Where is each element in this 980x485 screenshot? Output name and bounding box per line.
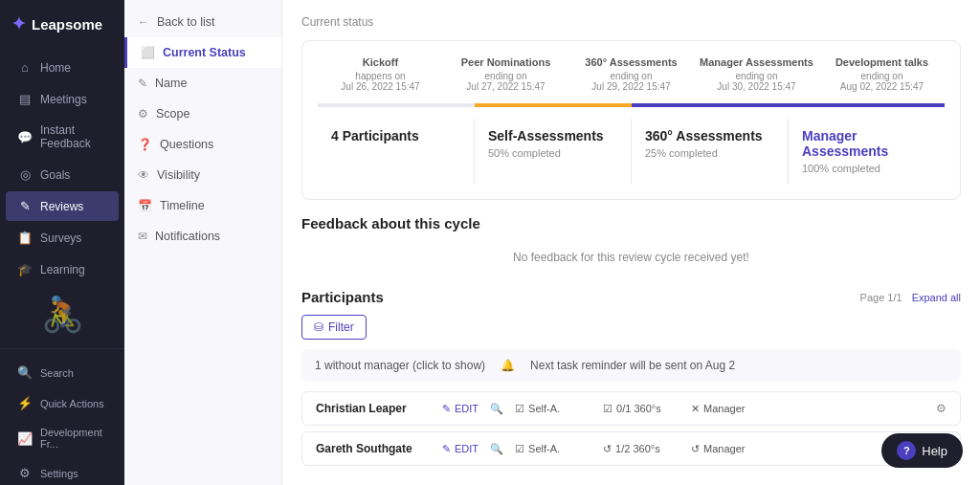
timeline-step-3: Manager Assessments ending on Jul 30, 20… — [694, 56, 819, 92]
360-icon-0: ☑ — [603, 403, 612, 415]
participant-edit-1[interactable]: ✎ EDIT — [442, 443, 479, 455]
step-sub-1: ending on — [443, 71, 568, 81]
notice-bar: 1 without manager (click to show) 🔔 Next… — [301, 349, 961, 382]
edit-icon-1: ✎ — [442, 443, 451, 455]
meetings-icon: ▤ — [17, 92, 33, 106]
participant-self-1: ☑ Self-A. — [515, 443, 591, 455]
sidebar-item-label: Search — [40, 367, 74, 379]
sidebar-item-instant-feedback[interactable]: 💬 Instant Feedback — [6, 116, 119, 158]
sidebar-nav: ⌂ Home ▤ Meetings 💬 Instant Feedback ◎ G… — [0, 48, 124, 348]
filter-label: Filter — [328, 320, 354, 334]
secondary-sidebar-item-current-status[interactable]: ⬜ Current Status — [124, 37, 281, 68]
questions-icon: ❓ — [138, 138, 152, 151]
step-title-4: Development talks — [819, 56, 945, 68]
sidebar-item-meetings[interactable]: ▤ Meetings — [6, 84, 119, 114]
secondary-sidebar-label: Scope — [156, 107, 189, 121]
secondary-sidebar-item-questions[interactable]: ❓ Questions — [124, 129, 281, 160]
progress-card-3: Manager Assessments 100% completed — [789, 119, 945, 184]
feedback-icon: 💬 — [17, 130, 33, 144]
sidebar-item-label: Learning — [40, 263, 85, 276]
participant-360-1: ↺ 1/2 360°s — [603, 443, 679, 455]
participant-settings-0[interactable]: ⚙ — [936, 402, 947, 415]
sidebar-item-label: Quick Actions — [40, 398, 104, 409]
participant-360-0: ☑ 0/1 360°s — [603, 403, 679, 415]
secondary-sidebar-item-notifications[interactable]: ✉ Notifications — [124, 221, 281, 252]
360-icon-1: ↺ — [603, 443, 612, 455]
sidebar-item-label: Meetings — [40, 93, 87, 106]
current-status-icon: ⬜ — [141, 46, 155, 59]
step-date-4: Aug 02, 2022 15:47 — [819, 81, 945, 92]
secondary-sidebar-item-name[interactable]: ✎ Name — [124, 68, 281, 99]
timeline-step-1: Peer Nominations ending on Jul 27, 2022 … — [443, 56, 568, 92]
progress-card-title-0: 4 Participants — [331, 128, 460, 143]
development-icon: 📈 — [17, 431, 33, 446]
sidebar-item-reviews[interactable]: ✎ Reviews — [6, 191, 119, 221]
sidebar-item-label: Development Fr... — [40, 427, 107, 450]
filter-button[interactable]: ⛁ Filter — [301, 315, 367, 340]
secondary-sidebar-label: Name — [155, 77, 187, 90]
feedback-empty: No feedback for this review cycle receiv… — [301, 241, 961, 274]
sidebar-item-goals[interactable]: ◎ Goals — [6, 160, 119, 189]
goals-icon: ◎ — [17, 167, 33, 182]
help-button[interactable]: ? Help — [881, 433, 963, 468]
sidebar-item-settings[interactable]: ⚙ Settings — [6, 458, 119, 485]
participants-header: Participants Page 1/1 Expand all — [301, 289, 961, 305]
sidebar-item-development[interactable]: 📈 Development Fr... — [6, 419, 119, 457]
sidebar-item-surveys[interactable]: 📋 Surveys — [6, 223, 119, 253]
reviews-icon: ✎ — [17, 199, 33, 213]
home-icon: ⌂ — [17, 60, 33, 75]
sidebar-bottom: 🔍 Search ⚡ Quick Actions 📈 Development F… — [0, 348, 124, 485]
back-label: Back to list — [157, 15, 214, 29]
sidebar-item-label: Surveys — [40, 231, 81, 245]
quick-actions-icon: ⚡ — [17, 396, 33, 410]
sidebar-item-search[interactable]: 🔍 Search — [6, 358, 119, 387]
sidebar-item-home[interactable]: ⌂ Home — [6, 53, 119, 82]
step-date-3: Jul 30, 2022 15:47 — [694, 81, 819, 92]
sidebar-item-label: Reviews — [40, 200, 83, 213]
filter-icon: ⛁ — [314, 320, 323, 334]
settings-icon: ⚙ — [17, 466, 33, 480]
participant-manager-0: ✕ Manager — [691, 403, 768, 415]
secondary-sidebar: ← Back to list ⬜ Current Status ✎ Name ⚙… — [124, 0, 282, 485]
participant-edit-0[interactable]: ✎ EDIT — [442, 403, 479, 415]
scope-icon: ⚙ — [138, 107, 148, 121]
secondary-sidebar-item-timeline[interactable]: 📅 Timeline — [124, 190, 281, 221]
help-icon: ? — [897, 441, 916, 460]
secondary-sidebar-label: Visibility — [157, 168, 200, 182]
expand-all-link[interactable]: Expand all — [912, 292, 961, 303]
notice-text1[interactable]: 1 without manager (click to show) — [315, 359, 485, 372]
progress-card-sub-2: 25% completed — [645, 147, 774, 159]
manager-x-icon-0: ✕ — [691, 403, 700, 415]
participant-self-0: ☑ Self-A. — [515, 403, 591, 415]
progress-card-title-3: Manager Assessments — [802, 128, 931, 159]
sidebar-item-label: Instant Feedback — [40, 123, 107, 150]
timeline-steps: Kickoff happens on Jul 26, 2022 15:47 Pe… — [318, 56, 945, 92]
feedback-section: Feedback about this cycle No feedback fo… — [301, 215, 961, 274]
progress-card-title-2: 360° Assessments — [645, 128, 774, 143]
participant-search-icon-1[interactable]: 🔍 — [490, 443, 503, 455]
progress-card-0: 4 Participants — [318, 119, 475, 184]
sidebar-item-label: Home — [40, 61, 71, 75]
secondary-sidebar-item-visibility[interactable]: 👁 Visibility — [124, 160, 281, 190]
step-title-1: Peer Nominations — [443, 56, 568, 68]
surveys-icon: 📋 — [17, 231, 33, 245]
notice-text2: Next task reminder will be sent on Aug 2 — [530, 359, 735, 372]
back-icon: ← — [138, 15, 149, 29]
main-content: Current status Kickoff happens on Jul 26… — [282, 0, 980, 485]
step-date-2: Jul 29, 2022 15:47 — [568, 81, 694, 92]
participant-row-0: Christian Leaper ✎ EDIT 🔍 ☑ Self-A. ☑ 0/… — [301, 391, 961, 426]
progress-card-1: Self-Assessments 50% completed — [475, 119, 632, 184]
timeline-step-2: 360° Assessments ending on Jul 29, 2022 … — [568, 56, 694, 92]
timeline-step-4: Development talks ending on Aug 02, 2022… — [819, 56, 945, 92]
back-to-list[interactable]: ← Back to list — [124, 0, 281, 37]
secondary-sidebar-label: Current Status — [163, 46, 246, 59]
step-sub-3: ending on — [694, 71, 819, 81]
participant-search-icon-0[interactable]: 🔍 — [490, 403, 503, 415]
secondary-sidebar-item-scope[interactable]: ⚙ Scope — [124, 99, 281, 129]
step-date-1: Jul 27, 2022 15:47 — [443, 81, 568, 92]
sidebar-item-quick-actions[interactable]: ⚡ Quick Actions — [6, 388, 119, 418]
help-label: Help — [922, 444, 947, 458]
notifications-icon: ✉ — [138, 230, 147, 243]
participants-section: Participants Page 1/1 Expand all ⛁ Filte… — [301, 289, 961, 472]
sidebar-item-learning[interactable]: 🎓 Learning — [6, 254, 119, 284]
